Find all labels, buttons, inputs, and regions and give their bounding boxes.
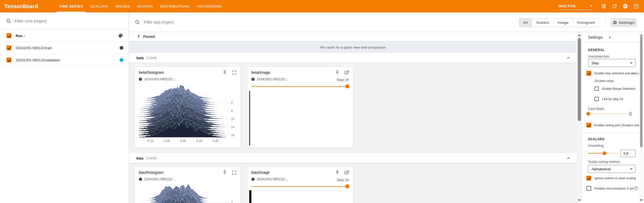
- fullscreen-icon[interactable]: [232, 170, 237, 175]
- checkbox-label: Enable Range Selection: [602, 87, 635, 90]
- slider-thumb[interactable]: [345, 84, 349, 88]
- filter-scalars-button[interactable]: Scalars: [532, 18, 554, 27]
- run-column-header: Run ↑: [16, 34, 25, 38]
- partition-x-checkbox[interactable]: [586, 186, 591, 191]
- run-status-dropdown[interactable]: INACTIVE: [558, 2, 593, 10]
- scrollbar-thumb[interactable]: [578, 38, 581, 121]
- chevron-up-icon[interactable]: [566, 55, 571, 60]
- image-search-icon[interactable]: [344, 70, 349, 75]
- run-color-dot: [120, 58, 123, 62]
- brightness-icon[interactable]: [601, 3, 607, 9]
- fullscreen-icon[interactable]: [232, 70, 237, 75]
- step-slider[interactable]: [251, 84, 349, 89]
- settings-gear-icon[interactable]: [622, 3, 628, 9]
- bias-histogram-chart[interactable]: 26101418: [136, 183, 238, 203]
- chevron-down-icon: [630, 168, 633, 170]
- tab-graphs[interactable]: GRAPHS: [134, 0, 157, 12]
- run-filter-input[interactable]: [15, 19, 107, 23]
- step-slider[interactable]: [251, 184, 349, 189]
- settings-button[interactable]: Settings: [610, 18, 637, 27]
- header-actions: INACTIVE ?: [558, 2, 644, 10]
- run-row[interactable]: 20241001-080132/train: [0, 42, 129, 54]
- smoothing-slider[interactable]: [586, 151, 619, 155]
- section-header-beta[interactable]: beta 2 cards: [129, 53, 577, 63]
- run-name: 20241001-080132/validation: [16, 58, 60, 62]
- settings-panel-header: Settings: [582, 32, 639, 42]
- settings-scrollbar[interactable]: [639, 32, 643, 203]
- pinned-empty-message: Pin cards for a quick view and compariso…: [320, 45, 386, 49]
- chevron-up-icon[interactable]: [566, 156, 571, 161]
- scroll-up-arrow[interactable]: [578, 34, 581, 36]
- slider-thumb[interactable]: [603, 151, 606, 155]
- tab-images[interactable]: IMAGES: [112, 0, 134, 12]
- pin-icon[interactable]: [222, 170, 227, 175]
- slider-thumb[interactable]: [586, 112, 590, 116]
- filter-histogram-button[interactable]: Histogram: [573, 18, 599, 27]
- tab-time-series[interactable]: TIME SERIES: [55, 0, 87, 12]
- scroll-down-arrow[interactable]: [578, 199, 581, 201]
- beta-histogram-chart[interactable]: 26101418-0.15-0.050.050.150.25: [136, 83, 238, 144]
- settings-gear-icon: [613, 20, 617, 25]
- run-row[interactable]: 20241001-080132/validation: [0, 54, 129, 66]
- tab-scalars[interactable]: SCALARS: [87, 0, 112, 12]
- run-list-header: Run ↑: [0, 30, 129, 42]
- pin-icon[interactable]: [335, 70, 340, 75]
- run-filter-row: [0, 12, 129, 30]
- main-scrollbar[interactable]: [577, 32, 582, 203]
- select-all-checkbox[interactable]: [6, 33, 11, 38]
- filter-image-button[interactable]: Image: [554, 18, 573, 27]
- svg-text:0.05: 0.05: [180, 139, 186, 142]
- pinned-empty-area: Pin cards for a quick view and compariso…: [129, 42, 577, 53]
- scroll-down-arrow[interactable]: [640, 199, 643, 201]
- step-label: Step 19: [337, 178, 349, 182]
- link-by-step-checkbox[interactable]: [594, 97, 599, 101]
- saving-pins-checkbox[interactable]: [586, 123, 591, 128]
- image-search-icon[interactable]: [344, 170, 349, 175]
- saving-pins-row: Enable saving pins (Scalars only) (: [586, 123, 640, 128]
- card-title: beta/histogram: [139, 70, 164, 75]
- ignore-outliers-checkbox[interactable]: [586, 176, 591, 181]
- help-icon[interactable]: ?: [633, 3, 639, 9]
- legend-run-name: 20241001-080132/…: [144, 77, 176, 81]
- checkbox-label: Ignore outliers in chart scaling: [594, 177, 636, 180]
- svg-text:18: 18: [231, 134, 234, 137]
- card-title: bias/image: [251, 170, 270, 175]
- card-bias-histogram: bias/histogram 20241001-080132/… 2610141…: [134, 167, 241, 203]
- run-color-dot: [251, 178, 255, 181]
- reset-card-width-icon[interactable]: [627, 111, 633, 117]
- card-width-slider[interactable]: [586, 112, 627, 116]
- slider-track[interactable]: [251, 186, 349, 187]
- help-icon[interactable]: [634, 186, 638, 190]
- pin-icon[interactable]: [335, 170, 340, 175]
- slider-thumb[interactable]: [345, 184, 349, 188]
- range-selection-checkbox[interactable]: [594, 86, 599, 91]
- scroll-up-arrow[interactable]: [640, 34, 643, 36]
- toolbar-divider: [606, 19, 606, 26]
- tab-distributions[interactable]: DISTRIBUTIONS: [157, 0, 193, 12]
- close-icon[interactable]: [609, 35, 611, 39]
- tab-histograms[interactable]: HISTOGRAMS: [193, 0, 226, 12]
- partition-x-row: Partition non-monotonic X axis: [586, 186, 634, 191]
- filter-all-button[interactable]: All: [519, 18, 532, 27]
- svg-text:2: 2: [231, 101, 233, 104]
- smoothing-value-input[interactable]: [620, 150, 636, 157]
- scrollbar-thumb[interactable]: [640, 36, 643, 147]
- step-label: Step 19: [337, 78, 349, 82]
- step-selection-checkbox[interactable]: [586, 71, 591, 76]
- run-checkbox[interactable]: [6, 45, 11, 50]
- pin-icon[interactable]: [222, 70, 227, 75]
- palette-icon[interactable]: [118, 33, 123, 38]
- scalars-heading: SCALARS: [588, 137, 604, 141]
- pin-icon: [136, 34, 141, 39]
- card-legend: 20241001-080132/…: [251, 177, 288, 181]
- refresh-icon[interactable]: [612, 3, 617, 9]
- section-header-bias[interactable]: bias 2 cards: [129, 153, 577, 163]
- card-title: beta/image: [251, 70, 270, 75]
- pinned-section-header[interactable]: Pinned: [129, 32, 577, 41]
- slider-track[interactable]: [251, 86, 349, 87]
- tag-filter-input[interactable]: [144, 20, 333, 24]
- horizontal-axis-select[interactable]: Step: [588, 59, 636, 67]
- tooltip-sorting-select[interactable]: Alphabetical: [588, 165, 636, 173]
- settings-panel: Settings GENERAL Horizontal Axis Step En…: [582, 32, 644, 203]
- run-checkbox[interactable]: [6, 58, 11, 62]
